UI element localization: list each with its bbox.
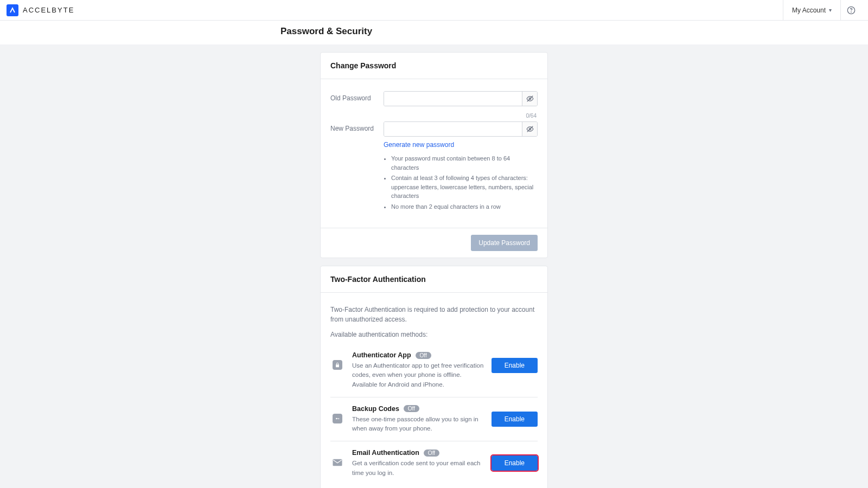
logo-text: ACCELBYTE — [23, 6, 74, 14]
svg-rect-9 — [333, 459, 342, 466]
logo-icon — [7, 4, 18, 16]
tfa-backup-codes: Backup Codes Off These one-time passcode… — [330, 397, 538, 442]
new-password-label: New Password — [330, 121, 381, 132]
tfa-card: Two-Factor Authentication Two-Factor Aut… — [320, 266, 548, 488]
chevron-down-icon: ▾ — [829, 7, 832, 13]
password-hint: Contain at least 3 of following 4 types … — [391, 174, 538, 201]
generate-password-link[interactable]: Generate new password — [384, 141, 538, 149]
enable-backup-codes-button[interactable]: Enable — [492, 412, 538, 427]
new-password-counter: 0/64 — [526, 113, 537, 119]
logo[interactable]: ACCELBYTE — [7, 4, 74, 16]
new-password-input[interactable] — [384, 122, 522, 136]
mail-icon — [330, 458, 344, 467]
help-icon — [847, 6, 856, 15]
tfa-method-name: Authenticator App — [352, 351, 411, 359]
status-badge: Off — [404, 405, 419, 412]
update-password-button[interactable]: Update Password — [471, 235, 538, 251]
password-hint: No more than 2 equal characters in a row — [391, 202, 538, 211]
tfa-method-name: Backup Codes — [352, 405, 399, 413]
eye-off-icon — [526, 95, 534, 102]
tfa-authenticator-app: Authenticator App Off Use an Authenticat… — [330, 344, 538, 397]
tfa-description: Two-Factor Authentication is required to… — [330, 305, 538, 324]
password-hints: Your password must contain between 8 to … — [384, 154, 538, 211]
status-badge: Off — [416, 352, 431, 359]
tfa-email-auth: Email Authentication Off Get a verificat… — [330, 441, 538, 480]
page-title-bar: Password & Security — [0, 21, 868, 44]
eye-off-icon — [526, 125, 534, 133]
old-password-label: Old Password — [330, 91, 381, 102]
change-password-card: Change Password Old Password — [320, 52, 548, 258]
my-account-dropdown[interactable]: My Account ▾ — [783, 0, 841, 21]
app-header: ACCELBYTE My Account ▾ — [0, 0, 868, 21]
help-button[interactable] — [841, 0, 861, 21]
new-password-row: New Password 0/64 Generate ne — [330, 121, 538, 213]
svg-point-1 — [851, 12, 852, 12]
tfa-subtitle: Available authentication methods: — [330, 331, 538, 338]
old-password-input[interactable] — [384, 92, 522, 106]
header-right: My Account ▾ — [783, 0, 861, 21]
my-account-label: My Account — [792, 7, 826, 14]
tfa-method-text: Use an Authenticator app to get free ver… — [352, 361, 484, 389]
page-title: Password & Security — [280, 26, 868, 37]
toggle-old-password-visibility[interactable] — [522, 92, 537, 106]
password-hint: Your password must contain between 8 to … — [391, 154, 538, 172]
change-password-title: Change Password — [321, 53, 547, 79]
toggle-new-password-visibility[interactable] — [522, 122, 537, 136]
enable-authenticator-button[interactable]: Enable — [492, 358, 538, 373]
enable-email-auth-button[interactable]: Enable — [492, 455, 538, 471]
key-icon — [330, 414, 344, 423]
old-password-row: Old Password — [330, 91, 538, 106]
tfa-title: Two-Factor Authentication — [321, 266, 547, 293]
lock-icon — [330, 360, 344, 370]
main-content: Change Password Old Password — [0, 44, 868, 488]
tfa-method-text: Get a verification code sent to your ema… — [352, 459, 484, 478]
tfa-method-name: Email Authentication — [352, 449, 419, 457]
svg-rect-8 — [339, 418, 339, 419]
status-badge: Off — [424, 450, 439, 457]
tfa-method-text: These one-time passcode allow you to sig… — [352, 415, 484, 434]
